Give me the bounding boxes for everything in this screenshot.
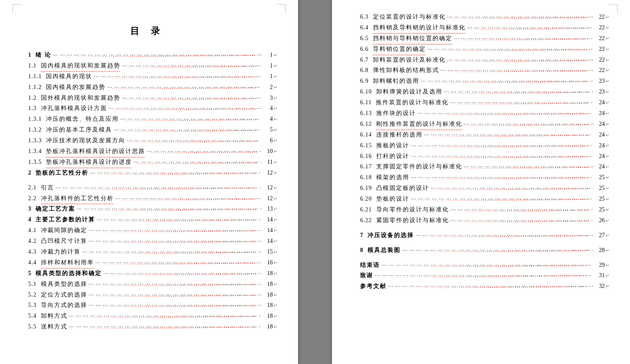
- toc-text: 冲压设备的选择: [368, 230, 414, 241]
- toc-list-right: 6.3定位装置的设计与标准化22↵6.4挡料销及导料销的设计与标准化22↵6.5…: [357, 12, 609, 292]
- toc-page-number: 13: [263, 204, 273, 214]
- toc-number: 4: [28, 214, 31, 225]
- toc-entry: 4.3冲裁力的计算15↵: [28, 247, 277, 257]
- toc-entry: 2.2冲孔落料件的工艺性分析12↵: [28, 193, 277, 204]
- toc-entry: 4.1冲裁间隙的确定14↵: [28, 225, 277, 236]
- toc-number: 1.2: [28, 93, 37, 103]
- toc-text: 模具总装图: [368, 245, 401, 256]
- toc-text: 挡料销及导料销的设计与标准化: [373, 22, 466, 33]
- toc-page-number: 18: [263, 279, 273, 290]
- toc-text: 弹性卸料板的结构形式: [373, 65, 439, 76]
- paragraph-mark-icon: ↵: [274, 301, 277, 309]
- spacer: [357, 256, 609, 260]
- toc-leader-dots: [418, 109, 594, 115]
- toc-entry: 6.15推板的设计24↵: [360, 140, 609, 151]
- toc-page-number: 12: [263, 168, 273, 178]
- toc-text: 定位装置的设计与标准化: [373, 12, 446, 22]
- toc-entry: 6.9卸料螺钉的选用23↵: [360, 76, 609, 86]
- toc-page-number: 5: [263, 125, 273, 135]
- paragraph-mark-icon: ↵: [606, 109, 609, 117]
- toc-leader-dots: [89, 280, 262, 286]
- toc-page-number: 3: [263, 93, 273, 103]
- toc-text: 送料方式: [41, 321, 67, 332]
- toc-number: 1.1.1: [28, 71, 42, 82]
- paragraph-mark-icon: ↵: [274, 184, 277, 192]
- paragraph-mark-icon: ↵: [274, 83, 277, 91]
- toc-text: 国内模具的发展趋势: [46, 82, 106, 93]
- toc-leader-dots: [451, 216, 594, 222]
- paragraph-mark-icon: ↵: [606, 216, 609, 225]
- toc-entry: 8模具总装图28↵: [360, 245, 609, 256]
- toc-number: 6.15: [360, 140, 372, 151]
- paragraph-mark-icon: ↵: [274, 259, 277, 267]
- toc-text: 国外模具的现状和发展趋势: [41, 93, 120, 103]
- paragraph-mark-icon: ↵: [606, 56, 609, 64]
- toc-leader-dots: [120, 115, 261, 121]
- toc-text: 主要工艺参数的计算: [36, 214, 95, 225]
- toc-entry: 5.3导向方式的选择18↵: [28, 300, 277, 311]
- toc-leader-dots: [444, 88, 594, 93]
- toc-entry: 2垫板的工艺性分析12↵: [28, 168, 277, 178]
- toc-text: 模架的选用: [376, 172, 409, 183]
- toc-page-number: 22: [595, 44, 605, 55]
- toc-page-number: 18: [263, 300, 273, 311]
- toc-number: 3: [28, 204, 31, 214]
- toc-leader-dots: [431, 184, 594, 190]
- toc-entry: 4.2凸凹模尺寸计算14↵: [28, 236, 277, 247]
- paragraph-mark-icon: ↵: [274, 280, 277, 288]
- paragraph-mark-icon: ↵: [606, 77, 609, 85]
- toc-number: 1.1: [28, 60, 37, 71]
- toc-page-number: 25: [595, 194, 605, 204]
- toc-text: 国内模具的现状: [46, 71, 92, 82]
- toc-leader-dots: [411, 195, 594, 201]
- toc-leader-dots: [94, 72, 261, 78]
- toc-page-number: 29: [595, 260, 605, 271]
- toc-text: 国内模具的现状和发展趋势: [41, 60, 120, 71]
- toc-page-number: 27: [595, 230, 605, 241]
- toc-entry: 4.4排样和材料利用率16↵: [28, 257, 277, 268]
- toc-number: 7: [360, 230, 363, 241]
- toc-leader-dots: [411, 141, 594, 147]
- toc-text: 垫板冲孔落料模具设计的进度: [46, 157, 132, 168]
- toc-entry: 6.14连接推杆的选用24↵: [360, 129, 609, 140]
- toc-leader-dots: [109, 104, 262, 110]
- toc-number: 5.1: [28, 279, 37, 290]
- toc-text: 确定工艺方案: [36, 204, 75, 214]
- toc-leader-dots: [89, 301, 262, 307]
- toc-number: 5.5: [28, 321, 37, 332]
- toc-text: 模具类型的选择和确定: [36, 268, 102, 279]
- toc-text: 卸料螺钉的选用: [373, 76, 419, 86]
- toc-entry: 7冲压设备的选择27↵: [360, 230, 609, 241]
- toc-text: 冲压技术的现状及发展方向: [46, 135, 125, 146]
- toc-entry: 结束语29↵: [360, 260, 609, 271]
- toc-number: 1.3.1: [28, 114, 42, 125]
- paragraph-mark-icon: ↵: [274, 248, 277, 256]
- paragraph-mark-icon: ↵: [606, 173, 609, 182]
- toc-page-number: 22: [595, 12, 605, 22]
- toc-text: 冲压的基本工序及模具: [46, 125, 112, 135]
- toc-entry: 6.11推件装置的设计与标准化24↵: [360, 97, 609, 108]
- paragraph-mark-icon: ↵: [274, 194, 277, 203]
- toc-page-number: 31: [595, 270, 605, 281]
- toc-number: 6.21: [360, 204, 372, 215]
- toc-entry: 5.5送料方式18↵: [28, 321, 277, 332]
- paragraph-mark-icon: ↵: [606, 88, 609, 96]
- toc-page-number: 11: [263, 157, 273, 168]
- toc-number: 6.20: [360, 194, 372, 204]
- paragraph-mark-icon: ↵: [274, 115, 277, 123]
- toc-title: 目录: [25, 25, 277, 37]
- toc-entry: 5.1模具类型的选择18↵: [28, 279, 277, 290]
- paragraph-mark-icon: ↵: [606, 195, 609, 203]
- paragraph-mark-icon: ↵: [274, 291, 277, 299]
- toc-number: 6.8: [360, 65, 369, 76]
- toc-entry: 1绪 论1↵: [28, 50, 277, 60]
- toc-entry: 5.2定位方式的选择18↵: [28, 290, 277, 300]
- toc-page-number: 32: [595, 281, 605, 292]
- toc-text: 冲孔落料件的工艺性分析: [41, 193, 114, 204]
- toc-number: 1.3.5: [28, 157, 42, 168]
- toc-number: 1.3: [28, 103, 37, 114]
- toc-text: 支撑固定零件的设计与标准化: [376, 161, 462, 172]
- toc-number: 2: [28, 168, 31, 178]
- toc-page-number: 24: [595, 140, 605, 151]
- toc-entry: 参考文献32↵: [360, 281, 609, 292]
